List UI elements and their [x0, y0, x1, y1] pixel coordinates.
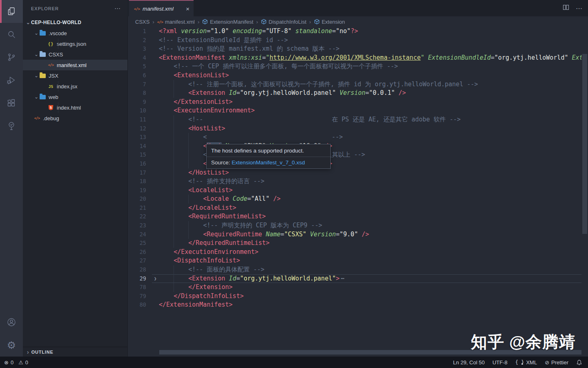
line-number[interactable]: 24	[128, 230, 159, 239]
line-number[interactable]: 18	[128, 177, 159, 186]
code-line-80[interactable]: 80</ExtensionManifest>	[128, 301, 581, 310]
code-line-14[interactable]: 14 <Host Name="PHSP" Version="16.0" />	[128, 142, 581, 151]
line-number[interactable]: 26	[128, 248, 159, 257]
tree-file-settings-json[interactable]: {}settings.json	[23, 38, 127, 49]
code-line-78[interactable]: 78 </Extension>	[128, 283, 581, 292]
line-number[interactable]: 15	[128, 150, 159, 159]
tree-folder-CSXS[interactable]: ⌄CSXS	[23, 49, 127, 60]
code-line-1[interactable]: 1<?xml version="1.0" encoding="UTF-8" st…	[128, 27, 581, 36]
line-number[interactable]: 23	[128, 221, 159, 230]
testing-icon[interactable]	[0, 114, 23, 137]
errors-count[interactable]: ⊗0	[4, 359, 13, 366]
line-number[interactable]: 78	[128, 283, 159, 292]
tree-file-manifest-xml[interactable]: </>manifest.xml	[23, 60, 127, 70]
tree-file-index-jsx[interactable]: JSindex.jsx	[23, 81, 127, 92]
tooltip-source-link[interactable]: ExtensionManifest_v_7_0.xsd	[232, 159, 305, 166]
explorer-icon[interactable]	[0, 0, 23, 23]
line-number[interactable]: 14	[128, 142, 159, 151]
code-line-26[interactable]: 26 </ExecutionEnvironment>	[128, 248, 581, 257]
line-number[interactable]: 19	[128, 186, 159, 195]
line-number[interactable]: 12	[128, 124, 159, 133]
code-line-15[interactable]: 15 <!-- 16.0 指的是兼容 ps 的 16.0 版本及其以上 -->	[128, 150, 581, 159]
code-line-28[interactable]: 28 <!-- 面板的具体配置 -->	[128, 265, 581, 274]
settings-gear-icon[interactable]: ⚙	[0, 334, 23, 357]
search-icon[interactable]	[0, 23, 23, 46]
code-line-13[interactable]: 13 <-->	[128, 133, 581, 142]
tree-file-debug[interactable]: </>.debug	[23, 113, 127, 123]
code-editor[interactable]: 1<?xml version="1.0" encoding="UTF-8" st…	[128, 27, 588, 357]
breadcrumb-item-extensionmanifest[interactable]: ExtensionManifest	[202, 19, 253, 25]
vertical-scrollbar[interactable]	[582, 54, 587, 234]
code-line-9[interactable]: 9 </ExtensionList>	[128, 98, 581, 107]
code-line-10[interactable]: 10 <ExecutionEnvironment>	[128, 106, 581, 115]
line-number[interactable]: 79	[128, 292, 159, 301]
language-mode[interactable]: { } XML	[515, 359, 537, 366]
breadcrumb-item-extension[interactable]: Extension	[314, 19, 345, 25]
code-line-3[interactable]: 3<!-- Version 指的是 manifest.xml 的 schema …	[128, 45, 581, 54]
extensions-icon[interactable]	[0, 92, 23, 114]
code-line-5[interactable]: 5 <!-- 一个 CEP 插件可以注册多个面板, 每一个面板都可以视为一个子插…	[128, 62, 581, 71]
code-line-19[interactable]: 19 <LocaleList>	[128, 186, 581, 195]
formatter-indicator[interactable]: ⊘ Prettier	[545, 359, 568, 366]
more-actions-icon[interactable]: ⋯	[576, 4, 582, 12]
line-number[interactable]: 11	[128, 115, 159, 124]
close-icon[interactable]: ×	[186, 6, 189, 12]
code-line-16[interactable]: 16 <Host Name="PHXS" Version="16.0" />	[128, 159, 581, 168]
notifications-bell-icon[interactable]	[576, 359, 582, 366]
tab-manifest-xml[interactable]: </> manifest.xml ×	[129, 0, 194, 16]
run-debug-icon[interactable]	[0, 69, 23, 92]
tree-folder-web[interactable]: ⌄web	[23, 92, 127, 102]
line-number[interactable]: 5	[128, 62, 159, 71]
line-number[interactable]: 4	[128, 54, 159, 63]
warnings-count[interactable]: ⚠0	[18, 359, 28, 366]
source-control-icon[interactable]	[0, 46, 23, 69]
sidebar-more-actions-icon[interactable]: ⋯	[114, 5, 121, 12]
line-number[interactable]: 8	[128, 89, 159, 98]
code-line-6[interactable]: 6 <ExtensionList>	[128, 71, 581, 80]
line-number[interactable]: 13	[128, 133, 159, 142]
line-number[interactable]: 17	[128, 168, 159, 177]
code-line-21[interactable]: 21 </LocaleList>	[128, 204, 581, 213]
line-number[interactable]: 6	[128, 71, 159, 80]
line-number[interactable]: 80	[128, 301, 159, 310]
cursor-position[interactable]: Ln 29, Col 50	[453, 359, 485, 366]
fold-chevron-icon[interactable]: ❯	[154, 274, 157, 283]
encoding-indicator[interactable]: UTF-8	[492, 359, 508, 366]
line-number[interactable]: 2	[128, 36, 159, 45]
code-line-12[interactable]: 12 <HostList>	[128, 124, 581, 133]
breadcrumb-item-csxs[interactable]: CSXS	[135, 19, 149, 25]
code-line-2[interactable]: 2<!-- ExtensionBundleId 是插件 id -->	[128, 36, 581, 45]
code-line-8[interactable]: 8 <Extension Id="org.ytj.helloWorld.pane…	[128, 89, 581, 98]
code-line-23[interactable]: 23 <!-- 声明支持的 CEP 版本为 CEP9 -->	[128, 221, 581, 230]
code-line-29[interactable]: 29❯ <Extension Id="org.ytj.helloWorld.pa…	[128, 274, 581, 283]
account-icon[interactable]	[0, 311, 23, 334]
code-line-18[interactable]: 18 <!-- 插件支持的语言 -->	[128, 177, 581, 186]
tree-folder-vscode[interactable]: ⌄.vscode	[23, 28, 127, 38]
code-line-24[interactable]: 24 <RequiredRuntime Name="CSXS" Version=…	[128, 230, 581, 239]
line-number[interactable]: 27	[128, 256, 159, 265]
line-number[interactable]: 25	[128, 239, 159, 248]
code-line-4[interactable]: 4<ExtensionManifest xmlns:xsi="http://ww…	[128, 54, 581, 63]
line-number[interactable]: 1	[128, 27, 159, 36]
tree-folder-JSX[interactable]: ⌄JSX	[23, 70, 127, 81]
line-number[interactable]: 16	[128, 159, 159, 168]
split-editor-icon[interactable]	[563, 4, 569, 12]
tree-file-index-html[interactable]: 5index.html	[23, 102, 127, 113]
line-number[interactable]: 20	[128, 195, 159, 204]
code-line-22[interactable]: 22 <RequiredRuntimeList>	[128, 212, 581, 221]
line-number[interactable]: 28	[128, 265, 159, 274]
line-number[interactable]: 3	[128, 45, 159, 54]
code-line-79[interactable]: 79 </DispatchInfoList>	[128, 292, 581, 301]
breadcrumb-item-manifest-xml[interactable]: </>manifest.xml	[157, 19, 195, 25]
code-line-25[interactable]: 25 </RequiredRuntimeList>	[128, 239, 581, 248]
line-number[interactable]: 10	[128, 106, 159, 115]
code-line-27[interactable]: 27 <DispatchInfoList>	[128, 256, 581, 265]
line-number[interactable]: 22	[128, 212, 159, 221]
line-number[interactable]: 9	[128, 98, 159, 107]
code-line-7[interactable]: 7 <!-- 注册一个面板, 这个面板可以视为一个子插件, 插件 id 为 or…	[128, 80, 581, 89]
breadcrumb-item-dispatchinfolist[interactable]: DispatchInfoList	[261, 19, 307, 25]
outline-section[interactable]: › OUTLINE	[23, 347, 127, 357]
code-line-11[interactable]: 11 <!--在 PS 还是 AE, 还是其它 adobe 软件 -->	[128, 115, 581, 124]
tree-root-folder[interactable]: ⌄ CEP-HELLO-WORLD	[23, 17, 127, 28]
line-number[interactable]: 21	[128, 204, 159, 213]
